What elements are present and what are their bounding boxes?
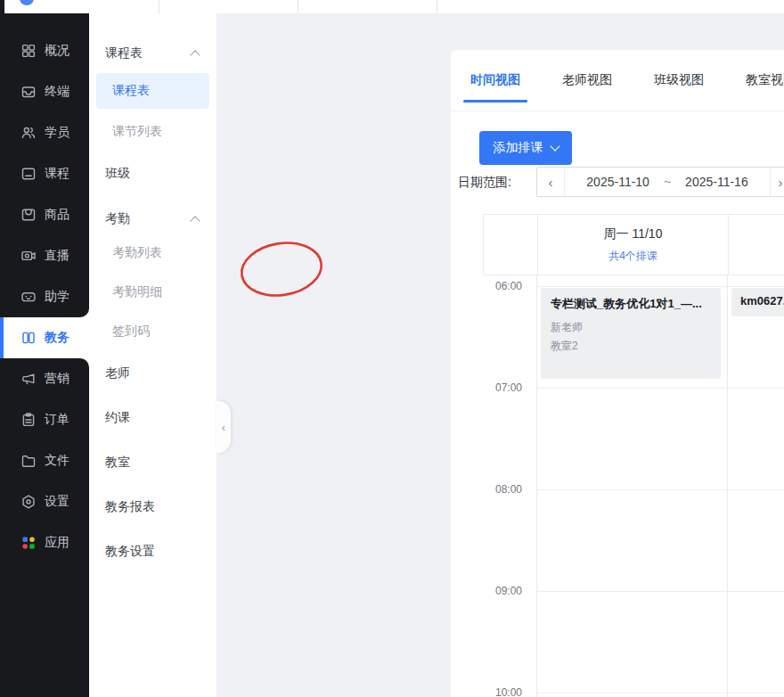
menu-item-9[interactable]: 约课 bbox=[89, 396, 216, 440]
end-date[interactable]: 2025-11-16 bbox=[685, 175, 748, 189]
sidebar-item-label: 直播 bbox=[45, 248, 69, 264]
menu-group-4[interactable]: 考勤 bbox=[89, 205, 216, 234]
menu-item-5[interactable]: 考勤列表 bbox=[89, 234, 216, 273]
users-icon bbox=[20, 125, 37, 141]
event-room: 教室2 bbox=[551, 339, 711, 354]
sidebar-item-0[interactable]: 概况 bbox=[0, 30, 89, 71]
date-range-values[interactable]: 2025-11-10 ~ 2025-11-16 bbox=[565, 168, 770, 196]
sidebar-item-11[interactable]: 设置 bbox=[0, 481, 89, 522]
sidebar-item-12[interactable]: 应用 bbox=[0, 522, 89, 563]
grid-line bbox=[536, 275, 537, 697]
menu-item-7[interactable]: 签到码 bbox=[89, 312, 216, 351]
time-label: 08:00 bbox=[483, 482, 522, 496]
secondary-sidebar: 课程表课程表课节列表班级考勤考勤列表考勤明细签到码老师约课教室教务报表教务设置 bbox=[89, 13, 216, 697]
menu-item-8[interactable]: 老师 bbox=[89, 351, 216, 396]
tab-divider bbox=[159, 0, 159, 13]
time-label: 10:00 bbox=[483, 685, 522, 697]
hour-line bbox=[536, 693, 784, 693]
sidebar-collapse-handle[interactable]: ‹ bbox=[216, 401, 231, 453]
megaphone-icon bbox=[20, 371, 37, 387]
prev-week-arrow[interactable]: ‹ bbox=[537, 168, 565, 196]
time-label: 07:00 bbox=[483, 381, 522, 395]
menu-item-10[interactable]: 教室 bbox=[89, 440, 216, 485]
next-week-arrow[interactable]: › bbox=[770, 168, 784, 196]
tab-label: 班级视图 bbox=[654, 72, 704, 88]
apps-icon bbox=[20, 535, 37, 551]
chevron-left-icon: ‹ bbox=[222, 421, 225, 434]
schedule-card: 时间视图老师视图班级视图教室视图 添加排课 日期范围: ‹ 2025-11-10… bbox=[451, 50, 784, 697]
sidebar-item-6[interactable]: 助学 bbox=[0, 276, 89, 317]
tab-3[interactable]: 教室视图 bbox=[746, 50, 784, 111]
study-icon bbox=[20, 289, 37, 305]
calendar-body[interactable]: 06:0007:0008:0009:0010:00专栏测试_教务优化1对1_—.… bbox=[483, 275, 784, 697]
day-header-1: 周二 11/11共3个排课 bbox=[728, 215, 784, 275]
tab-1[interactable]: 老师视图 bbox=[562, 50, 612, 111]
add-schedule-button[interactable]: 添加排课 bbox=[479, 131, 572, 165]
menu-item-12[interactable]: 教务设置 bbox=[89, 529, 216, 574]
primary-sidebar-items: 概况终端学员课程商品直播助学教务营销订单文件设置应用 bbox=[0, 30, 89, 563]
sidebar-item-label: 教务 bbox=[45, 330, 69, 346]
event-title: 专栏测试_教务优化1对1_—... bbox=[551, 296, 711, 312]
date-range-label: 日期范围: bbox=[458, 167, 511, 197]
hour-line bbox=[536, 489, 784, 490]
sidebar-item-10[interactable]: 文件 bbox=[0, 440, 89, 481]
gear-icon bbox=[20, 494, 37, 510]
sidebar-item-9[interactable]: 订单 bbox=[0, 399, 89, 440]
view-tabs: 时间视图老师视图班级视图教室视图 bbox=[451, 50, 784, 111]
sidebar-item-8[interactable]: 营销 bbox=[0, 358, 89, 399]
hour-line bbox=[536, 286, 784, 287]
menu-item-1[interactable]: 课程表 bbox=[96, 73, 209, 109]
menu-item-2[interactable]: 课节列表 bbox=[89, 112, 216, 152]
folder-icon bbox=[20, 453, 37, 469]
tab-0[interactable]: 时间视图 bbox=[470, 50, 520, 111]
sidebar-item-label: 概况 bbox=[45, 43, 69, 59]
time-gutter-header bbox=[484, 215, 537, 275]
primary-sidebar: 概况终端学员课程商品直播助学教务营销订单文件设置应用 bbox=[0, 13, 89, 697]
terminal-icon bbox=[20, 84, 37, 100]
browser-tab-strip bbox=[0, 0, 784, 13]
sidebar-item-1[interactable]: 终端 bbox=[0, 71, 89, 112]
sidebar-top-edge bbox=[0, 0, 4, 13]
sidebar-item-5[interactable]: 直播 bbox=[0, 235, 89, 276]
menu-group-0[interactable]: 课程表 bbox=[89, 39, 216, 68]
tab-label: 老师视图 bbox=[562, 72, 612, 88]
course-icon bbox=[20, 166, 37, 182]
event-teacher: 新老师 bbox=[551, 320, 711, 335]
secondary-sidebar-items: 课程表课程表课节列表班级考勤考勤列表考勤明细签到码老师约课教室教务报表教务设置 bbox=[89, 39, 216, 574]
sidebar-item-label: 营销 bbox=[45, 371, 69, 387]
goods-icon bbox=[20, 207, 37, 223]
event-card[interactable]: 专栏测试_教务优化1对1_—...新老师教室2 bbox=[541, 288, 721, 379]
hour-line bbox=[536, 591, 784, 592]
grid-line bbox=[727, 275, 728, 697]
tab-2[interactable]: 班级视图 bbox=[654, 50, 704, 111]
menu-item-3[interactable]: 班级 bbox=[89, 152, 216, 196]
day-schedule-count[interactable]: 共4个排课 bbox=[608, 249, 657, 264]
book-icon bbox=[20, 330, 37, 346]
time-label: 06:00 bbox=[483, 279, 522, 293]
live-icon bbox=[20, 248, 37, 264]
event-card[interactable]: km0627... bbox=[731, 288, 784, 316]
sidebar-item-3[interactable]: 课程 bbox=[0, 153, 89, 194]
main-content: 时间视图老师视图班级视图教室视图 添加排课 日期范围: ‹ 2025-11-10… bbox=[216, 13, 784, 697]
schedule-grid: 周一 11/10共4个排课周二 11/11共3个排课周三共 06:0007:00… bbox=[483, 214, 784, 697]
sidebar-item-2[interactable]: 学员 bbox=[0, 112, 89, 153]
tab-divider bbox=[437, 0, 437, 13]
day-label: 周一 11/10 bbox=[604, 226, 663, 242]
sidebar-item-7[interactable]: 教务 bbox=[0, 317, 89, 358]
sidebar-item-label: 订单 bbox=[45, 412, 69, 428]
date-range-picker: ‹ 2025-11-10 ~ 2025-11-16 › bbox=[536, 167, 784, 197]
sidebar-item-label: 文件 bbox=[45, 453, 69, 469]
add-schedule-label: 添加排课 bbox=[494, 140, 543, 156]
tab-divider bbox=[298, 0, 298, 13]
sidebar-item-label: 终端 bbox=[45, 84, 69, 100]
day-header-0: 周一 11/10共4个排课 bbox=[537, 215, 728, 275]
date-separator: ~ bbox=[664, 175, 671, 189]
sidebar-item-label: 应用 bbox=[45, 535, 69, 551]
sidebar-item-4[interactable]: 商品 bbox=[0, 194, 89, 235]
chevron-up-icon bbox=[190, 50, 200, 60]
menu-item-11[interactable]: 教务报表 bbox=[89, 485, 216, 529]
sidebar-item-label: 学员 bbox=[45, 125, 69, 141]
date-range-row: 日期范围: ‹ 2025-11-10 ~ 2025-11-16 › 本周 下周 bbox=[451, 167, 784, 197]
start-date[interactable]: 2025-11-10 bbox=[586, 175, 649, 189]
menu-item-6[interactable]: 考勤明细 bbox=[89, 273, 216, 312]
